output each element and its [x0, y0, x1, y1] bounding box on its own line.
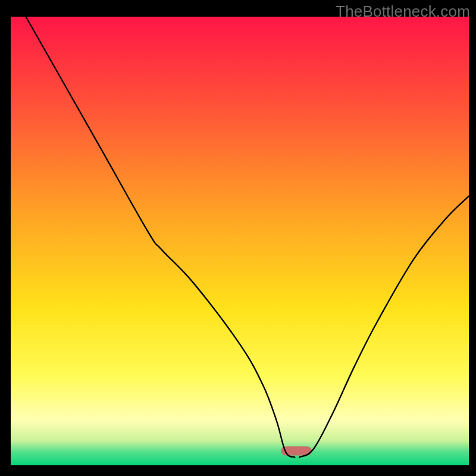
attribution-label: TheBottleneck.com	[336, 2, 470, 21]
chart-svg	[0, 0, 476, 476]
bottleneck-chart: TheBottleneck.com	[0, 0, 476, 476]
plot-background	[11, 17, 469, 465]
